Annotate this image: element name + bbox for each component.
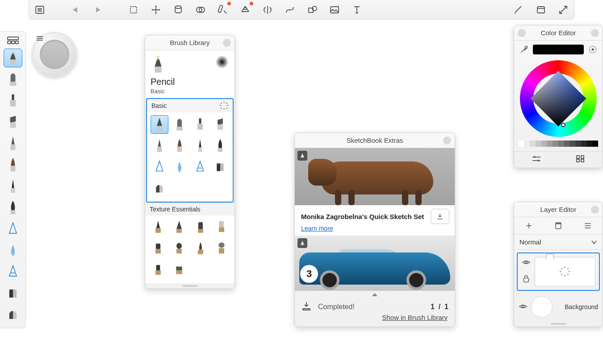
brush-cell[interactable] — [213, 218, 231, 237]
background-layer[interactable]: Background — [514, 294, 603, 321]
panel-header[interactable]: Brush Library — [145, 35, 234, 50]
svg-rect-47 — [198, 222, 203, 230]
redo-icon[interactable] — [91, 3, 105, 17]
sliders-tab-icon[interactable] — [530, 154, 543, 163]
color-mix-icon[interactable] — [193, 3, 208, 17]
sidebar-brush-chisel[interactable] — [4, 113, 22, 132]
panel-header[interactable]: SketchBook Extras — [295, 133, 455, 148]
brush-puck-toggle-icon[interactable] — [511, 3, 526, 17]
brush-cell[interactable] — [171, 136, 189, 155]
visibility-icon[interactable] — [522, 259, 531, 267]
perspective-icon[interactable] — [238, 3, 252, 17]
brush-cell[interactable] — [212, 136, 230, 155]
brush-set-header-texture[interactable]: Texture Essentials — [145, 203, 234, 215]
background-color-swatch[interactable] — [531, 296, 553, 318]
color-wheel[interactable] — [520, 60, 597, 137]
selection-icon[interactable] — [126, 3, 141, 17]
panel-header[interactable]: Layer Editor — [514, 202, 603, 217]
symmetry-icon[interactable] — [260, 3, 275, 17]
resize-handle-icon[interactable] — [514, 321, 603, 327]
eyedropper-icon[interactable] — [519, 44, 529, 55]
sidebar-brush-half[interactable] — [4, 284, 22, 303]
layer-thumbnail[interactable] — [535, 257, 595, 286]
collapse-icon[interactable] — [518, 29, 526, 37]
lock-icon[interactable] — [523, 275, 530, 284]
sidebar-brush-hard[interactable] — [4, 220, 22, 239]
resize-handle-icon[interactable] — [145, 283, 234, 289]
color-marker-icon[interactable] — [561, 123, 565, 127]
color-mode-icon[interactable] — [587, 44, 598, 55]
undo-icon[interactable] — [68, 3, 83, 17]
brush-cell[interactable] — [212, 158, 230, 177]
sidebar-brush-nib[interactable] — [4, 199, 22, 217]
brush-cell[interactable] — [149, 240, 168, 258]
sidebar-brush-erase[interactable] — [4, 263, 22, 281]
brush-set-header-basic[interactable]: Basic — [147, 99, 233, 112]
palette-grid-icon[interactable] — [5, 35, 21, 46]
close-icon[interactable] — [443, 136, 451, 145]
sidebar-brush-pencil[interactable] — [4, 49, 22, 67]
layer-item-selected[interactable] — [517, 252, 600, 291]
brush-cell[interactable] — [171, 158, 189, 177]
color-diamond[interactable] — [531, 71, 586, 126]
sidebar-brush-pencil-blunt[interactable] — [4, 70, 22, 89]
grayscale-strip[interactable] — [519, 141, 598, 147]
transform-icon[interactable] — [149, 3, 163, 17]
close-icon[interactable] — [591, 29, 599, 37]
brush-cell[interactable] — [149, 261, 168, 280]
brush-cell[interactable] — [191, 158, 209, 177]
sidebar-brush-marker[interactable] — [4, 91, 22, 110]
brush-cell[interactable] — [191, 115, 209, 134]
layer-stack-icon[interactable] — [552, 221, 565, 231]
opacity-handle-icon[interactable] — [546, 254, 554, 259]
sidebar-brush-wide[interactable] — [4, 156, 22, 174]
close-icon[interactable] — [223, 39, 231, 47]
svg-rect-18 — [16, 41, 18, 44]
brush-cell[interactable] — [151, 136, 168, 155]
brush-cell[interactable] — [213, 240, 231, 258]
download-button[interactable] — [431, 209, 449, 224]
brush-cell[interactable] — [151, 115, 168, 134]
ruler-icon[interactable] — [216, 3, 230, 17]
blend-mode-dropdown[interactable]: Normal — [514, 235, 603, 250]
import-image-icon[interactable]: + — [327, 3, 342, 17]
panel-title: Layer Editor — [540, 206, 577, 213]
expand-up-icon[interactable] — [295, 291, 455, 298]
brush-cell[interactable] — [149, 218, 168, 237]
fill-icon[interactable] — [171, 3, 185, 17]
panels-icon[interactable] — [534, 3, 548, 17]
panel-header[interactable]: Color Editor — [514, 25, 603, 41]
learn-more-link[interactable]: Learn more — [295, 225, 455, 236]
close-icon[interactable] — [591, 206, 599, 214]
brush-cell[interactable] — [151, 158, 168, 177]
sidebar-brush-ink[interactable] — [4, 177, 22, 196]
menu-list-icon[interactable] — [33, 3, 47, 17]
curve-icon[interactable] — [283, 3, 297, 17]
brush-puck[interactable] — [32, 32, 77, 77]
svg-rect-23 — [10, 145, 15, 150]
brush-cell[interactable] — [151, 179, 168, 198]
text-icon[interactable] — [350, 3, 364, 17]
brush-cell[interactable] — [191, 218, 210, 237]
swatches-tab-icon[interactable] — [574, 154, 587, 163]
brush-sidebar — [0, 31, 26, 328]
shape-icon[interactable] — [305, 3, 319, 17]
layer-menu-icon[interactable] — [582, 221, 594, 231]
add-layer-icon[interactable] — [523, 221, 535, 231]
brush-cell[interactable] — [212, 115, 230, 134]
brush-cell[interactable] — [171, 115, 189, 134]
brush-cell[interactable] — [170, 261, 189, 280]
sidebar-brush-half-2[interactable] — [4, 306, 22, 324]
show-in-brush-library-link[interactable]: Show in Brush Library — [295, 313, 455, 324]
brush-cell[interactable] — [170, 240, 189, 258]
brush-cell[interactable] — [191, 240, 210, 258]
extras-item-image — [295, 148, 455, 205]
current-color-swatch[interactable] — [533, 45, 584, 54]
brush-cell[interactable] — [170, 218, 189, 237]
sidebar-brush-soft[interactable] — [4, 241, 22, 260]
brush-cell[interactable] — [191, 136, 209, 155]
sidebar-brush-pen[interactable] — [4, 134, 22, 153]
drag-handle-icon[interactable] — [36, 35, 44, 41]
visibility-icon[interactable] — [519, 303, 528, 311]
fullscreen-icon[interactable] — [556, 3, 570, 17]
